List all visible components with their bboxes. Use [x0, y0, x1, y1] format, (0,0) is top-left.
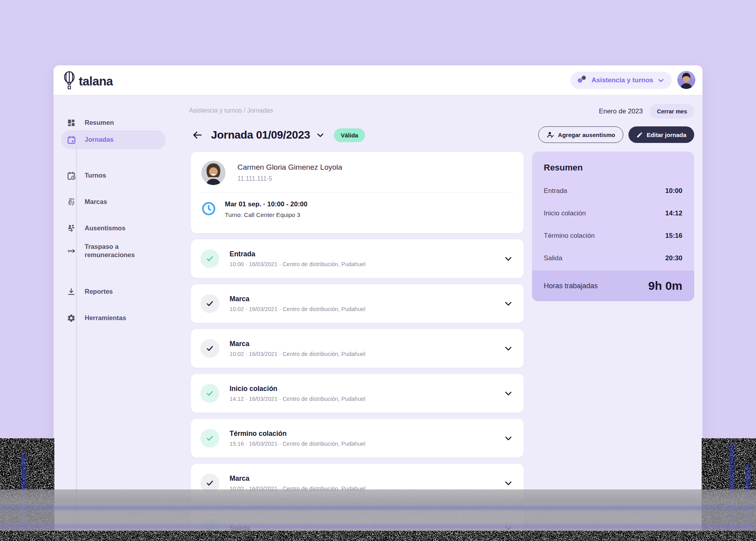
chevron-down-icon[interactable]	[505, 391, 512, 396]
transfer-icon	[67, 246, 76, 256]
period-label: Enero de 2023	[599, 107, 643, 115]
status-badge: Válida	[334, 128, 365, 142]
employee-name: Carmen Gloria Gimenez Loyola	[237, 163, 342, 172]
close-month-button[interactable]: Cerrar mes	[650, 104, 694, 119]
app-header: talana Asistencia y turnos	[54, 65, 702, 95]
timeline-card-meta: 10:02 · 16/03/2021 · Centro de distribuc…	[230, 306, 365, 312]
timeline: Carmen Gloria Gimenez Loyola 11.111.111-…	[191, 152, 524, 541]
fingerprint-icon	[67, 197, 76, 207]
summary-total-value: 9h 0m	[648, 279, 682, 293]
product-selector[interactable]: Asistencia y turnos	[571, 72, 672, 89]
timeline-card-title: Término colación	[230, 430, 365, 438]
divider	[200, 192, 514, 193]
sidebar-item-label: Herramientas	[85, 314, 160, 322]
clock-icon	[201, 201, 216, 216]
summary-row-label: Salida	[544, 254, 562, 262]
timeline-card-title: Marca	[230, 474, 365, 483]
timeline-card-meta: 15:16 · 16/03/2021 · Centro de distribuc…	[230, 441, 365, 447]
glitch-streak	[0, 524, 756, 529]
summary-row-value: 14:12	[665, 209, 682, 217]
chevron-down-icon[interactable]	[505, 346, 512, 351]
summary-row-value: 10:00	[665, 187, 682, 195]
talana-logo: talana	[62, 71, 113, 92]
summary-title: Resumen	[544, 163, 682, 173]
dashboard-icon	[67, 118, 76, 128]
timeline-card-meta: 14:12 · 16/03/2021 · Centro de distribuc…	[230, 396, 365, 402]
check-circle-gray-icon	[200, 294, 219, 313]
calendar-icon	[67, 135, 76, 145]
calendar-clock-icon	[67, 171, 76, 180]
summary-panel: Resumen Entrada10:00Inicio colación14:12…	[532, 152, 694, 301]
check-circle-green-icon	[200, 384, 219, 403]
summary-row-label: Término colación	[544, 232, 595, 240]
chevron-down-icon	[658, 79, 664, 82]
page-title-row: Jornada 01/09/2023 Válida	[192, 126, 365, 144]
summary-row-salida: Salida20:30	[544, 254, 682, 262]
chevron-down-icon[interactable]	[505, 257, 512, 261]
sidebar: ResumenJornadasTurnosMarcasAusentismosTr…	[54, 95, 183, 541]
add-absence-button[interactable]: Agregar ausentismo	[538, 126, 623, 143]
timeline-card-inicio-colaci-n[interactable]: Inicio colación14:12 · 16/03/2021 · Cent…	[191, 374, 524, 413]
chevron-down-icon[interactable]	[505, 481, 512, 485]
people-swap-icon	[67, 224, 76, 233]
shift-name: Turno: Call Center Equipo 3	[225, 211, 308, 219]
timeline-card-title: Inicio colación	[230, 385, 365, 393]
brand-name: talana	[79, 74, 113, 89]
download-icon	[67, 287, 76, 296]
summary-row-value: 20:30	[665, 254, 682, 262]
summary-total-row: Horas trabajadas 9h 0m	[532, 270, 694, 301]
static-noise-bottom	[0, 531, 756, 541]
user-avatar[interactable]	[677, 71, 695, 89]
timeline-connector	[76, 146, 77, 541]
employee-id: 11.111.111-5	[237, 175, 342, 182]
add-absence-label: Agregar ausentismo	[558, 132, 615, 138]
sidebar-item-resumen[interactable]: Resumen	[61, 113, 166, 132]
timeline-card-t-rmino-colaci-n[interactable]: Término colación15:16 · 16/03/2021 · Cen…	[191, 419, 524, 458]
sidebar-item-label: Ausentismos	[85, 224, 160, 232]
timeline-card-meta: 10:00 · 16/03/2021 · Centro de distribuc…	[230, 261, 365, 267]
check-circle-green-icon	[200, 249, 219, 268]
page-actions: Agregar ausentismo Editar jornada	[538, 126, 694, 143]
gear-icon	[67, 313, 76, 323]
product-selector-label: Asistencia y turnos	[591, 76, 653, 84]
page-title: Jornada 01/09/2023	[211, 129, 310, 141]
chevron-down-icon[interactable]	[505, 302, 512, 306]
sidebar-item-label: Traspaso a remuneraciones	[85, 243, 160, 259]
employee-card: Carmen Gloria Gimenez Loyola 11.111.111-…	[191, 152, 524, 233]
breadcrumb[interactable]: Asistencia y turnos / Jornadas	[189, 107, 273, 114]
period-controls: Enero de 2023 Cerrar mes	[599, 104, 694, 119]
shift-schedule: Mar 01 sep. · 10:00 - 20:00	[225, 200, 308, 208]
app-window: talana Asistencia y turnos	[54, 65, 702, 541]
timeline-card-title: Marca	[230, 295, 365, 303]
summary-row-t-rmino-colaci-n: Término colación15:16	[544, 232, 682, 240]
glitch-streak	[0, 506, 756, 510]
timeline-card-title: Marca	[230, 340, 365, 348]
edit-day-button[interactable]: Editar jornada	[628, 126, 694, 143]
summary-row-value: 15:16	[665, 232, 682, 240]
hot-air-balloon-icon	[62, 71, 76, 92]
page-background: talana Asistencia y turnos	[0, 0, 756, 541]
hexagons-icon	[576, 75, 587, 86]
person-slash-icon	[547, 131, 554, 139]
summary-total-label: Horas trabajadas	[544, 282, 598, 290]
timeline-card-marca[interactable]: Marca10:02 · 16/03/2021 · Centro de dist…	[191, 284, 524, 323]
sidebar-item-label: Reportes	[85, 287, 160, 296]
sidebar-item-label: Resumen	[85, 119, 160, 127]
edit-day-label: Editar jornada	[647, 132, 686, 138]
employee-avatar	[201, 161, 226, 185]
summary-row-label: Entrada	[544, 187, 567, 195]
sidebar-item-label: Turnos	[85, 171, 160, 180]
timeline-card-meta: 10:02 · 16/03/2021 · Centro de distribuc…	[230, 351, 365, 357]
timeline-card-entrada[interactable]: Entrada10:00 · 16/03/2021 · Centro de di…	[191, 239, 524, 278]
title-chevron-down-icon[interactable]	[317, 133, 324, 137]
sidebar-item-label: Marcas	[85, 198, 160, 206]
summary-row-inicio-colaci-n: Inicio colación14:12	[544, 209, 682, 217]
chevron-down-icon[interactable]	[505, 436, 512, 441]
sidebar-item-label: Jornadas	[85, 135, 160, 144]
pencil-icon	[636, 132, 643, 138]
summary-row-entrada: Entrada10:00	[544, 187, 682, 195]
timeline-card-title: Entrada	[230, 250, 365, 258]
summary-row-label: Inicio colación	[544, 209, 586, 217]
timeline-card-marca[interactable]: Marca10:02 · 16/03/2021 · Centro de dist…	[191, 329, 524, 368]
back-arrow-icon[interactable]	[192, 130, 203, 141]
